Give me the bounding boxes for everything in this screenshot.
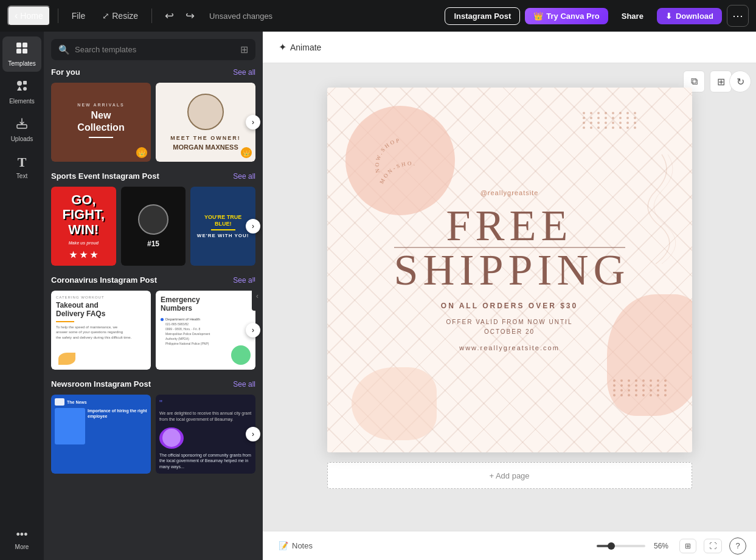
template-news2[interactable]: " We are delighted to receive this annua… [156,395,255,474]
for-you-next[interactable]: › [246,115,260,130]
canvas-expand-button[interactable]: ⊞ [710,71,732,92]
add-page-button[interactable]: + Add page [327,462,692,489]
pro-badge: 👑 [136,147,147,158]
template-sports2[interactable]: #15 [121,187,186,266]
top-navigation: ‹ Home File ⤢ Resize ↩ ↪ Unsaved changes… [0,0,756,32]
home-label: Home [20,11,43,21]
template-new-collection-inner: NEW ARRIVALS NewCollection [51,83,151,162]
resize-label: Resize [112,11,138,21]
coronavirus-next[interactable]: › [246,323,260,337]
templates-panel: 🔍 ⊞ For you See all NEW ARRIVALS NewColl… [44,32,263,560]
template-morgan[interactable]: MEET THE OWNER! MORGAN MAXNESS 👑 [156,83,255,162]
svg-point-4 [17,81,22,86]
view-button[interactable]: ⊞ [679,539,696,553]
nav-divider [58,9,58,23]
template-sports2-inner: #15 [121,187,186,266]
notes-icon: 📝 [279,541,288,550]
panel-collapse-button[interactable]: ‹ [252,282,263,311]
more-options-button[interactable]: ⋯ [727,5,749,27]
download-button[interactable]: ⬇ Download [657,8,722,24]
canvas-refresh-button[interactable]: ↻ [729,71,751,92]
redo-button[interactable]: ↪ [180,6,199,26]
instagram-post-button[interactable]: Instagram Post [445,7,520,25]
templates-label: Templates [8,60,36,67]
sidebar: Templates Elements Uploads [0,32,44,560]
canvas-toolbar: ✦ Animate [263,32,756,63]
sidebar-item-text[interactable]: T Text [2,150,41,184]
notes-label: Notes [292,541,313,550]
svg-marker-6 [17,86,22,91]
search-wrapper: 🔍 ⊞ [51,39,255,60]
svg-rect-7 [23,87,27,91]
canvas-dots-br [613,379,674,428]
undo-redo-group: ↩ ↪ [159,6,199,26]
resize-button[interactable]: ⤢ Resize [96,7,144,24]
design-canvas[interactable]: NOW.SHOP MON-SHO. @reallygreatsite FREE … [327,88,692,452]
templates-icon [15,41,29,58]
animate-icon: ✦ [279,41,286,53]
svg-rect-8 [17,125,27,128]
elements-icon [15,79,29,95]
fullscreen-button[interactable]: ⛶ [704,539,722,553]
crown-icon: 👑 [533,12,543,21]
search-input[interactable] [75,45,235,54]
template-go-fight[interactable]: GO,FIGHT,WIN! Make us proud ★ ★ ★ [51,187,116,266]
newsroom-title: Newsroom Instagram Post [51,379,151,389]
svg-text:MON-SHO.: MON-SHO. [375,157,421,186]
more-icon: ••• [16,528,28,541]
template-new-collection[interactable]: NEW ARRIVALS NewCollection 👑 [51,83,151,162]
zoom-controls: 56% [597,542,672,550]
template-takeout[interactable]: CATERING WORKOUT Takeout andDelivery FAQ… [51,291,151,370]
file-label: File [72,11,86,21]
file-button[interactable]: File [66,7,92,24]
pro-badge-2: 👑 [241,147,252,158]
help-button[interactable]: ? [729,538,746,555]
canvas-url: www.reallygreatsite.com [394,344,625,351]
try-canva-pro-button[interactable]: 👑 Try Canva Pro [525,8,608,24]
sidebar-item-elements[interactable]: Elements [2,74,41,109]
canvas-handle: @reallygreatsite [394,189,625,196]
canvas-blob-bl [352,367,437,440]
text-icon: T [18,154,27,170]
newsroom-next[interactable]: › [246,427,260,441]
filter-button[interactable]: ⊞ [240,44,248,55]
canvas-free-text: FREE [394,204,625,248]
animate-button[interactable]: ✦ Animate [272,38,327,57]
for-you-grid: NEW ARRIVALS NewCollection 👑 MEET THE OW… [51,83,255,162]
canvas-area: ✦ Animate ⧉ ⊞ ↻ [263,32,756,560]
nav-divider-2 [151,9,152,23]
notes-button[interactable]: 📝 Notes [272,538,319,554]
resize-icon: ⤢ [102,11,109,21]
sports-grid: GO,FIGHT,WIN! Make us proud ★ ★ ★ #15 [51,187,255,266]
sports-see-all[interactable]: See all [233,172,255,181]
sidebar-item-uploads[interactable]: Uploads [2,112,41,147]
sidebar-item-more[interactable]: ••• More [2,524,41,555]
coronavirus-header: Coronavirus Instagram Post See all [51,275,255,285]
zoom-dot[interactable] [608,542,615,550]
chevron-left-icon: ‹ [15,10,18,21]
sidebar-item-templates[interactable]: Templates [2,36,41,72]
newsroom-see-all[interactable]: See all [233,380,255,389]
sports-header: Sports Event Instagram Post See all [51,171,255,181]
text-label: Text [16,173,27,179]
sports-next[interactable]: › [246,219,260,233]
canvas-scroll[interactable]: ⧉ ⊞ ↻ [263,63,756,531]
undo-button[interactable]: ↩ [159,6,179,26]
animate-label: Animate [290,43,321,52]
for-you-section: For you See all NEW ARRIVALS NewCollecti… [44,67,263,171]
home-button[interactable]: ‹ Home [7,5,50,26]
canvas-shipping-text: SHIPPING [394,248,625,292]
search-section: 🔍 ⊞ [44,32,263,67]
for-you-header: For you See all [51,67,255,77]
template-news1[interactable]: The News Importance of hiring the right … [51,395,151,474]
newsroom-header: Newsroom Instagram Post See all [51,379,255,389]
template-go-fight-inner: GO,FIGHT,WIN! Make us proud ★ ★ ★ [51,187,116,266]
template-emergency[interactable]: EmergencyNumbers Department of Health 02… [156,291,255,370]
svg-text:NOW.SHOP: NOW.SHOP [367,137,407,174]
share-button[interactable]: Share [613,8,652,24]
bottom-bar: 📝 Notes 56% ⊞ ⛶ ? [263,531,756,560]
for-you-see-all[interactable]: See all [233,68,255,77]
unsaved-label: Unsaved changes [209,12,435,21]
canvas-squiggle [637,148,686,270]
template-emergency-inner: EmergencyNumbers Department of Health 02… [156,291,255,370]
